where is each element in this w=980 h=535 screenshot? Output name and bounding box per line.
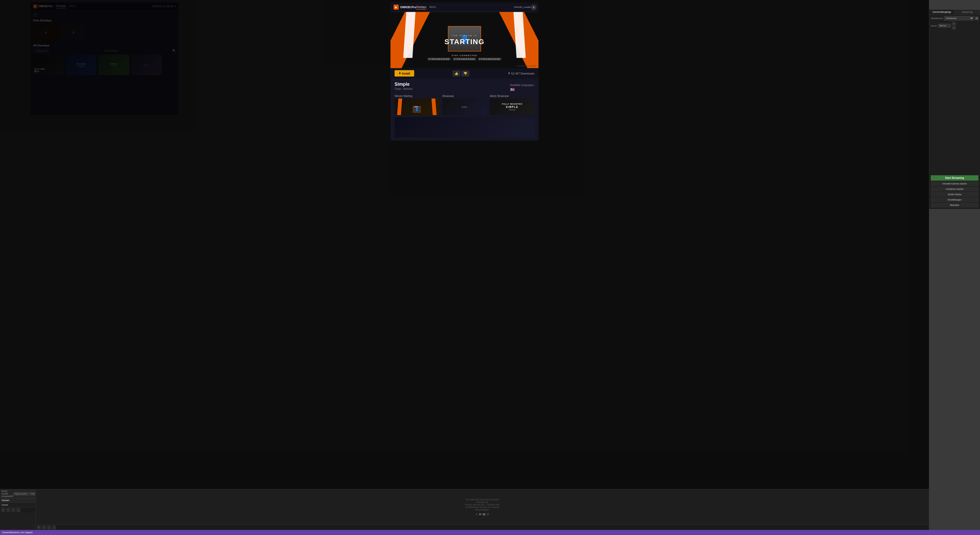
obs-body: ▶ OWN3D:Pro Overlays Alerts OWN3D_Academ… [0, 10, 392, 214]
starting-graphic: THE STREAM IS STARTING 👤 STAY CONNECTED … [390, 12, 392, 68]
own3d-modal: ▶ OWN3D:Pro Overlays Alerts OWN3D_Academ… [390, 3, 392, 141]
modal-content: Simple Clean · Abstract Available Langua… [390, 79, 392, 141]
starting-bg-decoration [390, 12, 392, 68]
modal-header: ▶ OWN3D:Pro Overlays Alerts OWN3D_Academ… [390, 3, 392, 12]
modal-action-bar: ⬇ Install 👍 👎 ⬇ 52.497 Downloads [390, 68, 392, 79]
stream-preview: THE STREAM IS STARTING 👤 STAY CONNECTED … [390, 12, 392, 68]
own3d-modal-overlay[interactable]: ▶ OWN3D:Pro Overlays Alerts OWN3D_Academ… [0, 0, 392, 214]
main-preview: ▶ OWN3D:Pro Overlays Alerts OWN3D_Academ… [0, 0, 392, 214]
